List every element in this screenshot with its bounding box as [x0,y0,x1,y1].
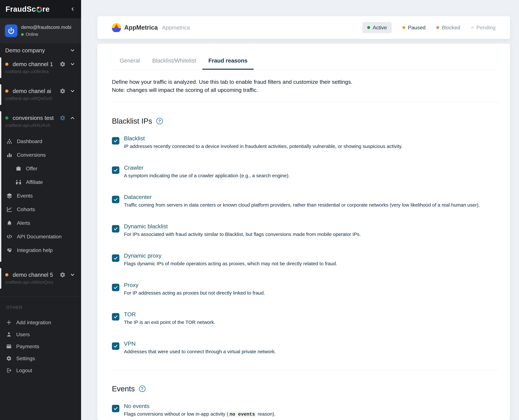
briefcase-icon [15,165,21,172]
divider [112,102,499,102]
sidebar-item-add-integration[interactable]: Add integration [0,316,81,329]
sidebar-item-affiliate[interactable]: Affiliate [0,175,81,189]
status-option-paused[interactable]: Paused [402,25,426,31]
chevron-down-icon[interactable] [70,48,75,53]
logout-icon [6,368,12,373]
channel-api-key: crafttest-api-uWAmQmz [5,280,75,285]
checkbox-dynamic-proxy[interactable] [112,255,119,262]
divider [112,370,499,370]
checkbox-dynamic-blacklist[interactable] [112,225,119,232]
sidebar-item-conversions[interactable]: Conversions [0,148,81,162]
bar-chart-icon [7,152,12,158]
sidebar-item-settings[interactable]: Settings [0,352,81,364]
filter-description: For IP addresses acting as proxies but n… [124,290,265,296]
tab-fraud-reasons[interactable]: Fraud reasons [202,57,254,69]
channel-gear-icon[interactable] [60,272,66,278]
fraud-filter-row: No events Flags conversions without or l… [112,403,499,417]
sidebar-item-events[interactable]: Events [0,189,81,202]
question-circle-icon[interactable]: ? [139,385,146,392]
filter-name: VPN [124,340,276,347]
sidebar-collapse-button[interactable] [70,6,76,12]
channel-gear-icon[interactable] [60,88,66,94]
status-option-pending[interactable]: Pending [471,25,496,31]
sidebar-item-cohorts[interactable]: Cohorts [0,202,81,216]
channel-block-active: conversions test crafttest-api-uRAUAzh D… [0,111,81,262]
checkbox-vpn[interactable] [112,342,119,350]
section-title-events: Events [112,384,135,393]
sidebar-item-logout[interactable]: Logout [0,364,81,376]
channel-gear-icon[interactable] [60,61,66,67]
sidebar-item-label: Alerts [17,220,30,226]
filter-description: Traffic coming from servers in data cent… [124,202,480,208]
description-text: Flags conversions without or low in-app … [124,411,228,417]
sidebar-item-offer[interactable]: Offer [0,162,81,175]
sidebar-channel-demo-chanel-ai[interactable]: demo chanel ai crafttest-api-uWQnDvG [0,84,81,105]
sidebar-item-label: Affiliate [26,179,43,185]
user-block: demo@fraudscore.mobi Online [0,18,81,43]
checkbox-proxy[interactable] [112,284,119,291]
checkbox-datacenter[interactable] [112,196,119,203]
code-icon [7,234,12,240]
sidebar-channel-demo-channel-5[interactable]: demo channel 5 crafttest-api-uWAmQmz [0,268,81,289]
sidebar-channel-demo-channel-1[interactable]: demo channel 1 crafttest-api-uX8e3ea [0,57,81,78]
sidebar-item-label: Payments [16,344,39,350]
question-circle-icon[interactable]: ? [156,118,163,124]
online-dot-icon [21,33,24,36]
company-selector[interactable]: Demo company [0,43,81,57]
integration-name: AppMetrica [124,24,158,31]
chevron-down-icon[interactable] [70,88,75,94]
channel-status-dot-icon [5,116,8,120]
chevron-down-icon[interactable] [70,272,75,278]
status-dot-icon [436,26,439,29]
fraud-filter-row: Dynamic blacklist For IPs associated wit… [112,223,499,237]
chevron-down-icon[interactable] [70,61,75,67]
section-title-blacklist-ips: Blacklist IPs [112,117,152,125]
sidebar-item-label: Events [17,193,33,199]
status-dot-icon [471,26,474,29]
sidebar-item-users[interactable]: Users [0,329,81,340]
filter-description: IP addresses recently connected to a dev… [124,143,403,149]
description-line-2: Note: changes will impact the scoring of… [112,86,499,94]
sidebar-item-label: Logout [16,368,32,374]
tab-blacklist-whitelist[interactable]: Blacklist/Whitelist [146,57,202,69]
sidebar-item-api-documentation[interactable]: API Documentation [0,230,81,243]
fraud-filter-row: Dynamic proxy Flags dynamic IPs of mobil… [112,252,499,266]
status-label: Blocked [442,25,460,31]
sidebar-channel-conversions-test[interactable]: conversions test crafttest-api-uRAUAzh [0,111,81,132]
status-dot-icon [402,26,405,29]
sidebar-item-label: Offer [26,165,38,172]
plus-icon [6,320,12,325]
user-icon [6,332,12,337]
status-label: Active [373,25,387,31]
status-option-active[interactable]: Active [362,22,392,33]
checkbox-blacklist[interactable] [112,137,119,144]
filter-name: Proxy [124,282,265,288]
checkbox-crawler[interactable] [112,166,119,174]
checkbox-no-events[interactable] [112,405,119,412]
channel-gear-icon[interactable] [60,115,66,121]
integration-subtitle: Appmetrica [162,24,190,31]
fraud-filter-row: Datacenter Traffic coming from servers i… [112,194,499,208]
line-chart-icon [7,206,12,212]
tab-general[interactable]: General [114,57,146,69]
filter-name: TOR [124,311,215,318]
sidebar-item-alerts[interactable]: Alerts [0,216,81,230]
fraud-filter-row: VPN Addresses that were used to connect … [112,340,499,354]
filter-name: No events [124,403,276,409]
description-line-1: Define how your traffic is analyzed. Use… [112,78,499,86]
dashboard-icon [7,138,12,144]
sidebar-item-label: Cohorts [17,206,35,212]
sidebar-item-payments[interactable]: Payments [0,340,81,352]
status-option-blocked[interactable]: Blocked [436,25,460,31]
sidebar-item-integration-help[interactable]: Integration help [0,243,81,257]
channel-status-dot-icon [5,90,8,93]
sidebar-item-label: Dashboard [17,138,42,144]
user-email: demo@fraudscore.mobi [21,25,71,30]
chevron-up-icon[interactable] [70,115,75,121]
filter-description: For IPs associated with fraud activity s… [124,232,361,237]
checkbox-tor[interactable] [112,313,119,321]
sidebar-item-dashboard[interactable]: Dashboard [0,135,81,148]
credit-card-icon [6,344,12,349]
settings-card: General Blacklist/Whitelist Fraud reason… [97,44,510,420]
channel-name: demo channel 5 [13,272,53,278]
